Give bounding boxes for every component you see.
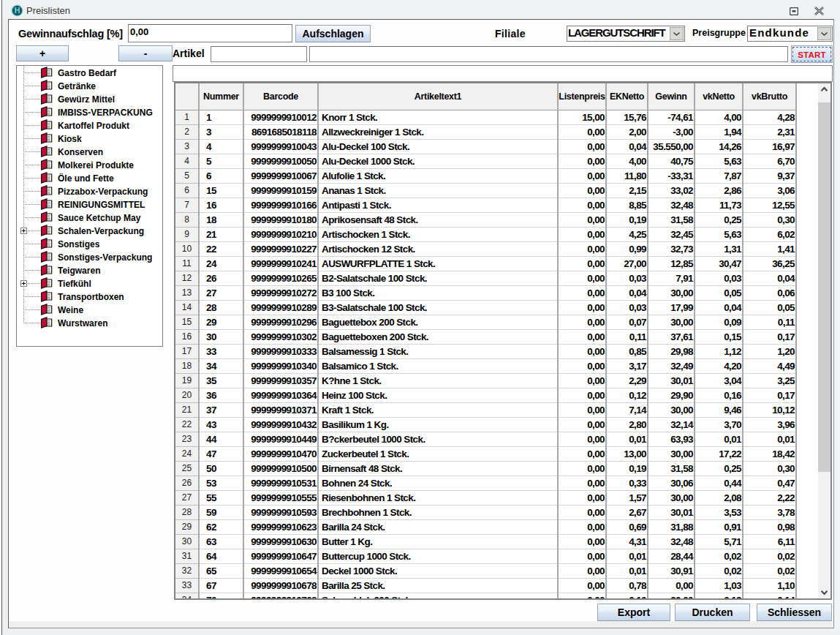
svg-text:H: H — [15, 6, 20, 15]
